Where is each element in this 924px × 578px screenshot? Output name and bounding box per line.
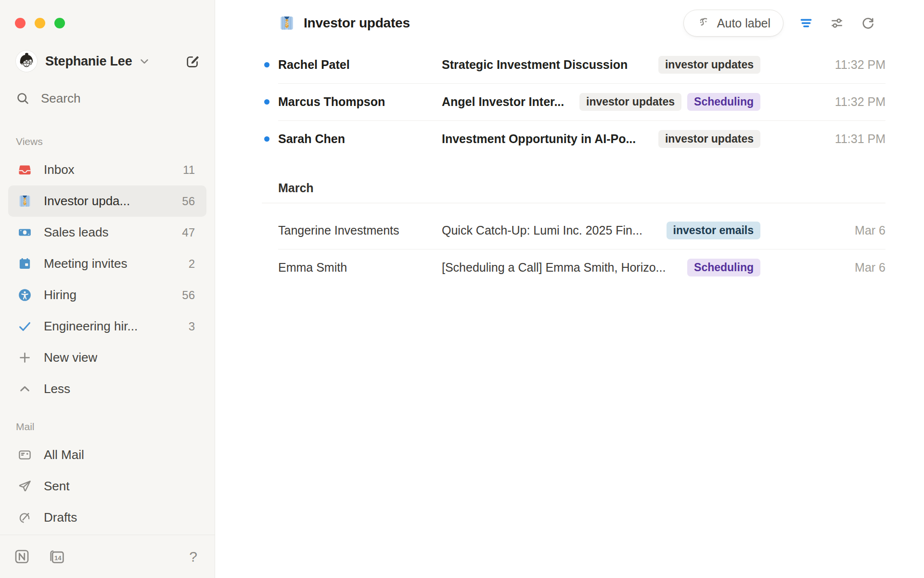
dot-column <box>262 136 278 142</box>
plus-icon <box>17 351 32 365</box>
email-time: 11:31 PM <box>794 132 886 146</box>
tag-scheduling[interactable]: Scheduling <box>687 93 760 111</box>
auto-label-button[interactable]: Auto label <box>683 10 783 37</box>
dot-column <box>262 99 278 105</box>
sidebar-item-less[interactable]: Less <box>8 373 206 405</box>
email-subject: Investment Opportunity in AI-Po... <box>442 132 649 146</box>
sidebar-item-count: 3 <box>183 320 195 333</box>
dot-column <box>262 62 278 67</box>
calendar-icon <box>17 257 32 271</box>
search-button[interactable]: Search <box>16 91 215 106</box>
email-time: Mar 6 <box>794 223 886 237</box>
filter-icon[interactable] <box>798 15 814 31</box>
page-title: Investor updates <box>304 15 410 31</box>
email-time: Mar 6 <box>794 261 886 275</box>
inbox-icon <box>17 163 32 177</box>
zoom-window-button[interactable] <box>54 18 65 28</box>
email-tags: investor updates <box>658 130 760 148</box>
section-header: March <box>262 170 886 203</box>
sidebar-item-engineering-hir[interactable]: Engineering hir... 3 <box>8 311 206 342</box>
search-icon <box>16 92 30 105</box>
tag-investor-updates[interactable]: investor updates <box>658 56 760 74</box>
refresh-icon[interactable] <box>860 15 876 31</box>
sidebar-item-sent[interactable]: Sent <box>8 471 206 502</box>
sidebar: Stephanie Lee Search Views Inbox <box>0 0 215 578</box>
email-group: March Tangerine Investments Quick Catch-… <box>262 170 886 286</box>
email-row-tangerine-investments[interactable]: Tangerine Investments Quick Catch-Up: Lu… <box>262 212 886 249</box>
email-row-emma-smith[interactable]: Emma Smith [Scheduling a Call] Emma Smit… <box>262 249 886 286</box>
sidebar-item-label: Drafts <box>44 510 77 525</box>
person-icon <box>17 288 32 302</box>
email-tags: investor updatesScheduling <box>579 93 760 111</box>
email-row-marcus-thompson[interactable]: Marcus Thompson Angel Investor Inter... … <box>262 83 886 120</box>
help-button[interactable]: ? <box>189 549 197 565</box>
notion-calendar-icon[interactable]: 14 <box>49 548 65 565</box>
email-subject: Strategic Investment Discussion <box>442 58 649 72</box>
sidebar-item-inbox[interactable]: Inbox 11 <box>8 154 206 185</box>
main-header: Investor updates Auto label <box>215 0 924 46</box>
email-tags: investor emails <box>667 222 760 239</box>
email-row-rachel-patel[interactable]: Rachel Patel Strategic Investment Discus… <box>262 46 886 83</box>
group-rows: Tangerine Investments Quick Catch-Up: Lu… <box>262 203 886 286</box>
sidebar-item-count: 2 <box>183 257 195 271</box>
sidebar-item-new-view[interactable]: New view <box>8 342 206 373</box>
sidebar-item-hiring[interactable]: Hiring 56 <box>8 279 206 311</box>
notion-app-icon[interactable] <box>13 548 30 565</box>
check-icon <box>17 319 32 333</box>
sidebar-item-count: 11 <box>177 163 195 177</box>
sidebar-item-count: 56 <box>176 289 195 302</box>
section-title: March <box>278 181 314 195</box>
header-controls: Auto label <box>683 10 876 37</box>
minimize-window-button[interactable] <box>35 18 45 28</box>
group-rows: Rachel Patel Strategic Investment Discus… <box>262 46 886 158</box>
mail-list: All Mail Sent Drafts <box>0 439 215 533</box>
sidebar-item-label: Inbox <box>44 162 75 177</box>
views-section-label: Views <box>16 136 215 147</box>
search-label: Search <box>41 91 80 106</box>
sidebar-item-label: Hiring <box>44 288 77 302</box>
email-subject: Quick Catch-Up: Lumi Inc. 2025 Fin... <box>442 223 657 237</box>
sidebar-item-label: New view <box>44 350 97 365</box>
unread-dot <box>264 99 270 105</box>
email-sender: Tangerine Investments <box>278 223 442 237</box>
display-settings-icon[interactable] <box>829 15 845 31</box>
tag-investor-emails[interactable]: investor emails <box>667 222 760 239</box>
email-subject: Angel Investor Inter... <box>442 95 570 109</box>
sidebar-item-label: Investor upda... <box>44 194 130 209</box>
tag-investor-updates[interactable]: investor updates <box>579 93 681 111</box>
tag-scheduling[interactable]: Scheduling <box>687 259 760 276</box>
sidebar-item-meeting-invites[interactable]: Meeting invites 2 <box>8 248 206 279</box>
all-mail-icon <box>17 448 32 462</box>
money-icon <box>17 225 32 239</box>
sidebar-item-investor-upda[interactable]: Investor upda... 56 <box>8 185 206 217</box>
sidebar-item-drafts[interactable]: Drafts <box>8 502 206 533</box>
sidebar-item-all-mail[interactable]: All Mail <box>8 439 206 471</box>
svg-text:14: 14 <box>54 554 62 562</box>
email-sender: Emma Smith <box>278 261 442 275</box>
mail-section-label: Mail <box>16 421 215 433</box>
email-list: Rachel Patel Strategic Investment Discus… <box>215 46 924 578</box>
email-time: 11:32 PM <box>794 95 886 109</box>
email-row-sarah-chen[interactable]: Sarah Chen Investment Opportunity in AI-… <box>262 120 886 158</box>
chevron-down-icon[interactable] <box>138 55 151 67</box>
chevron-up-icon <box>17 382 32 396</box>
sidebar-item-label: Sent <box>44 479 70 494</box>
auto-label-ai-icon <box>696 16 711 30</box>
sidebar-item-label: All Mail <box>44 447 84 462</box>
sidebar-item-sales-leads[interactable]: Sales leads 47 <box>8 217 206 248</box>
sidebar-item-label: Sales leads <box>44 225 108 240</box>
close-window-button[interactable] <box>15 18 26 28</box>
email-sender: Marcus Thompson <box>278 95 442 109</box>
avatar <box>16 51 37 72</box>
compose-button[interactable] <box>185 54 200 69</box>
tag-investor-updates[interactable]: investor updates <box>658 130 760 148</box>
user-name[interactable]: Stephanie Lee <box>45 54 132 69</box>
sidebar-item-count: 47 <box>176 226 195 239</box>
drafts-icon <box>17 511 32 525</box>
sidebar-item-label: Engineering hir... <box>44 319 138 334</box>
window-controls <box>0 0 215 28</box>
email-time: 11:32 PM <box>794 58 886 72</box>
necktie-icon <box>17 194 32 208</box>
auto-label-text: Auto label <box>717 16 770 30</box>
necktie-icon <box>279 15 295 31</box>
